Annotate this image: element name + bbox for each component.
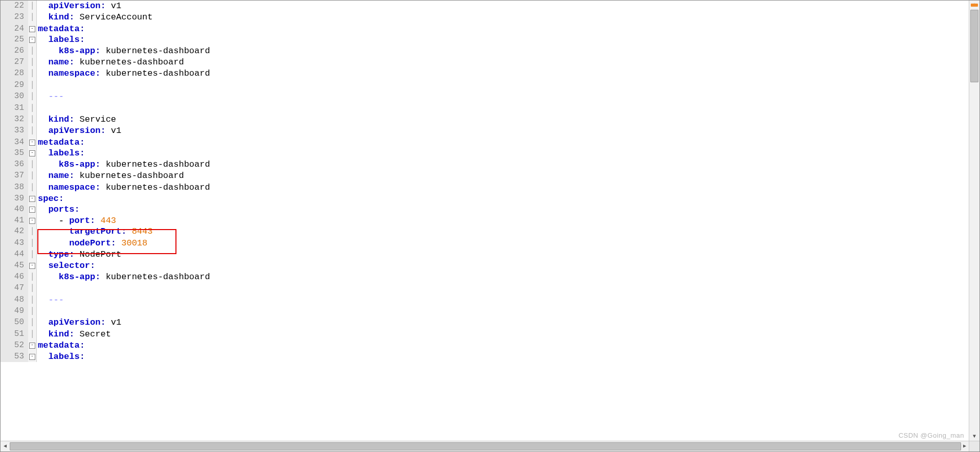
code-content[interactable]: --- [37, 295, 210, 306]
fold-gutter[interactable]: │ [28, 170, 37, 182]
fold-gutter[interactable]: - [28, 204, 37, 215]
horizontal-scroll-thumb[interactable] [10, 442, 961, 450]
code-line[interactable]: 30│ --- [1, 91, 210, 102]
code-content[interactable]: --- [37, 91, 210, 102]
code-area[interactable]: 22│ apiVersion: v123│ kind: ServiceAccou… [1, 1, 969, 441]
code-content[interactable]: apiVersion: v1 [37, 317, 210, 328]
code-content[interactable]: apiVersion: v1 [37, 1, 210, 12]
fold-gutter[interactable]: │ [28, 46, 37, 57]
fold-toggle-icon[interactable]: - [29, 218, 35, 224]
fold-gutter[interactable]: - [28, 148, 37, 159]
code-content[interactable]: targetPort: 8443 [37, 226, 210, 237]
fold-gutter[interactable]: │ [28, 238, 37, 249]
code-line[interactable]: 25- labels: [1, 34, 210, 45]
code-content[interactable]: apiVersion: v1 [37, 125, 210, 137]
fold-gutter[interactable]: │ [28, 57, 37, 68]
code-line[interactable]: 50│ apiVersion: v1 [1, 317, 210, 328]
code-content[interactable] [37, 80, 210, 91]
fold-gutter[interactable]: │ [28, 182, 37, 193]
code-content[interactable]: kind: Secret [37, 329, 210, 340]
fold-toggle-icon[interactable]: - [29, 140, 35, 146]
code-line[interactable]: 39-spec: [1, 193, 210, 204]
fold-gutter[interactable]: │ [28, 80, 37, 91]
code-content[interactable]: k8s-app: kubernetes-dashboard [37, 46, 210, 57]
code-line[interactable]: 40- ports: [1, 204, 210, 215]
fold-gutter[interactable]: │ [28, 306, 37, 317]
code-line[interactable]: 44│ type: NodePort [1, 249, 210, 260]
fold-gutter[interactable]: - [28, 34, 37, 45]
fold-toggle-icon[interactable]: - [29, 354, 35, 360]
scroll-left-arrow[interactable]: ◀ [1, 441, 10, 451]
code-content[interactable]: spec: [37, 193, 210, 204]
fold-gutter[interactable]: - [28, 351, 37, 362]
fold-gutter[interactable]: │ [28, 68, 37, 79]
fold-gutter[interactable]: │ [28, 1, 37, 12]
code-line[interactable]: 53- labels: [1, 351, 210, 362]
code-line[interactable]: 41- - port: 443 [1, 215, 210, 226]
code-line[interactable]: 43│ nodePort: 30018 [1, 238, 210, 249]
code-content[interactable] [37, 103, 210, 114]
code-content[interactable]: selector: [37, 260, 210, 271]
code-content[interactable]: name: kubernetes-dashboard [37, 170, 210, 182]
code-line[interactable]: 27│ name: kubernetes-dashboard [1, 57, 210, 68]
fold-toggle-icon[interactable]: - [29, 26, 35, 32]
fold-gutter[interactable]: │ [28, 114, 37, 125]
code-content[interactable]: metadata: [37, 137, 210, 148]
fold-gutter[interactable]: │ [28, 272, 37, 283]
code-line[interactable]: 28│ namespace: kubernetes-dashboard [1, 68, 210, 79]
code-content[interactable]: type: NodePort [37, 249, 210, 260]
fold-gutter[interactable]: │ [28, 103, 37, 114]
code-content[interactable]: - port: 443 [37, 215, 210, 226]
fold-gutter[interactable]: - [28, 24, 37, 34]
code-line[interactable]: 34-metadata: [1, 137, 210, 148]
code-line[interactable]: 51│ kind: Secret [1, 329, 210, 340]
code-line[interactable]: 23│ kind: ServiceAccount [1, 12, 210, 23]
vertical-scroll-thumb[interactable] [970, 10, 978, 82]
code-line[interactable]: 37│ name: kubernetes-dashboard [1, 170, 210, 182]
fold-toggle-icon[interactable]: - [29, 207, 35, 213]
code-line[interactable]: 47│ [1, 283, 210, 294]
fold-gutter[interactable]: │ [28, 91, 37, 102]
fold-gutter[interactable]: - [28, 193, 37, 204]
fold-toggle-icon[interactable]: - [29, 150, 35, 156]
code-content[interactable]: kind: ServiceAccount [37, 12, 210, 23]
fold-gutter[interactable]: │ [28, 12, 37, 23]
code-line[interactable]: 24-metadata: [1, 24, 210, 34]
fold-gutter[interactable]: │ [28, 295, 37, 306]
code-line[interactable]: 36│ k8s-app: kubernetes-dashboard [1, 159, 210, 170]
code-content[interactable]: ports: [37, 204, 210, 215]
fold-gutter[interactable]: │ [28, 226, 37, 237]
code-content[interactable]: labels: [37, 351, 210, 362]
code-line[interactable]: 26│ k8s-app: kubernetes-dashboard [1, 46, 210, 57]
code-line[interactable]: 52-metadata: [1, 340, 210, 351]
code-line[interactable]: 46│ k8s-app: kubernetes-dashboard [1, 272, 210, 283]
fold-gutter[interactable]: - [28, 137, 37, 148]
fold-gutter[interactable]: - [28, 215, 37, 226]
horizontal-scrollbar[interactable]: ◀ ▶ [1, 441, 969, 451]
code-content[interactable]: metadata: [37, 24, 210, 34]
code-line[interactable]: 35- labels: [1, 148, 210, 159]
code-content[interactable]: namespace: kubernetes-dashboard [37, 182, 210, 193]
code-line[interactable]: 31│ [1, 103, 210, 114]
code-line[interactable]: 42│ targetPort: 8443 [1, 226, 210, 237]
code-line[interactable]: 33│ apiVersion: v1 [1, 125, 210, 137]
code-line[interactable]: 49│ [1, 306, 210, 317]
code-content[interactable]: labels: [37, 148, 210, 159]
fold-gutter[interactable]: │ [28, 283, 37, 294]
code-content[interactable]: k8s-app: kubernetes-dashboard [37, 272, 210, 283]
code-content[interactable]: kind: Service [37, 114, 210, 125]
code-content[interactable]: labels: [37, 34, 210, 45]
code-content[interactable]: name: kubernetes-dashboard [37, 57, 210, 68]
fold-toggle-icon[interactable]: - [29, 196, 35, 202]
code-content[interactable]: k8s-app: kubernetes-dashboard [37, 159, 210, 170]
fold-gutter[interactable]: │ [28, 317, 37, 328]
fold-toggle-icon[interactable]: - [29, 343, 35, 349]
vertical-scrollbar[interactable]: ▲ ▼ [969, 1, 979, 441]
code-line[interactable]: 32│ kind: Service [1, 114, 210, 125]
scroll-right-arrow[interactable]: ▶ [960, 441, 969, 451]
code-content[interactable]: nodePort: 30018 [37, 238, 210, 249]
scroll-down-arrow[interactable]: ▼ [969, 432, 979, 441]
code-content[interactable]: metadata: [37, 340, 210, 351]
fold-toggle-icon[interactable]: - [29, 263, 35, 269]
fold-toggle-icon[interactable]: - [29, 37, 35, 43]
